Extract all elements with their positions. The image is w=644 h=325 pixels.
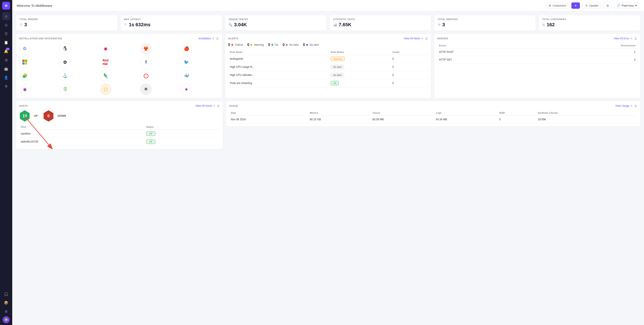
stat-value: 3: [24, 22, 27, 28]
table-row: Nov 06 2024 80.15 GB 60.59 MB 54.34 MB 0…: [229, 116, 637, 123]
view-usage-link[interactable]: View Usage ↗: [615, 104, 632, 108]
usage-title: USAGE: [229, 104, 238, 107]
integration-anchor[interactable]: ⚓: [60, 70, 71, 81]
integration-oracle[interactable]: ◯: [140, 70, 152, 81]
sidebar-item-settings-main[interactable]: ⚙: [2, 82, 10, 90]
errors-title: ERRORS: [437, 37, 448, 40]
alert-counts: 0 Critical 0 Warning 0 Ok: [228, 43, 428, 47]
sidebar-item-analytics[interactable]: ◎: [2, 21, 10, 29]
integration-redhat[interactable]: RedHat: [100, 56, 111, 68]
rule-count: 0: [391, 71, 428, 79]
delete-icon[interactable]: 🗑: [217, 104, 220, 108]
card-header: INSTALLATION AND INTEGRATION Installatio…: [19, 37, 219, 40]
integration-hummingbird[interactable]: 🐦: [181, 56, 192, 68]
integration-kubernetes[interactable]: ⚙: [19, 43, 30, 54]
integration-linux[interactable]: 🐧: [60, 43, 71, 54]
stat-value: 7.65K: [338, 22, 352, 28]
usage-metrics: 80.15 GB: [308, 116, 371, 123]
integration-comic[interactable]: ★: [181, 84, 192, 95]
delete-icon[interactable]: 🗑: [634, 37, 637, 40]
delete-icon[interactable]: 🗑: [425, 37, 428, 40]
integration-hashicorp[interactable]: H: [140, 84, 152, 95]
customize-button[interactable]: ⚙ Customize: [546, 2, 569, 9]
table-row: testlogsinfo Warning 0: [228, 55, 428, 63]
card-actions: Installation ↗ 🗑: [198, 37, 219, 40]
table-row: HTTP POST 1: [437, 48, 637, 56]
card-header: HOSTS View All Hosts ↗ 🗑: [19, 104, 220, 108]
table-row: High CPU usage fo... No alert 0: [228, 63, 428, 71]
down-hexagon: 0: [43, 110, 54, 122]
sidebar-item-robot[interactable]: 🤖: [2, 65, 10, 72]
card-actions: View All Error ↗ 🗑: [614, 37, 637, 40]
integration-ubuntu[interactable]: [140, 43, 152, 54]
stat-value: 162: [547, 22, 555, 28]
avatar[interactable]: 😊: [2, 316, 10, 323]
delete-icon[interactable]: 🗑: [216, 37, 219, 40]
hosts-card: HOSTS View All Hosts ↗ 🗑 10 UP: [16, 101, 223, 149]
stat-value: 3: [442, 22, 445, 28]
warning-dot: [250, 44, 252, 46]
rule-name: Pods are restarting: [228, 79, 329, 87]
sidebar-item-dashboard[interactable]: ⊞: [2, 56, 10, 64]
integration-flower[interactable]: ✿: [60, 56, 71, 68]
rule-status: No alert: [329, 63, 391, 71]
hosts-table: Host Status sandbox UP eb8e95c20735 UP: [19, 124, 220, 146]
stat-label: TOTAL SERVICES: [438, 18, 532, 20]
view-all-errors-link[interactable]: View All Error ↗: [614, 37, 632, 40]
svg-rect-4: [22, 60, 24, 62]
down-label: DOWN: [58, 114, 66, 118]
stat-icon: ⚙: [438, 23, 440, 26]
sidebar-item-document[interactable]: 📋: [2, 38, 10, 46]
logo[interactable]: M: [2, 2, 10, 10]
integration-orange[interactable]: ⬡: [100, 84, 111, 95]
sidebar-item-user-search[interactable]: 👤: [2, 74, 10, 81]
sidebar-item-box[interactable]: 📦: [2, 299, 10, 307]
hosts-down: 0 DOWN: [43, 110, 66, 122]
integration-apple[interactable]: 🍎: [181, 43, 192, 54]
notification-badge: 15: [6, 48, 10, 50]
rule-status: Ok: [329, 79, 391, 87]
table-row: eb8e95c20735 UP: [19, 138, 220, 146]
integration-database[interactable]: 🗄: [60, 84, 71, 95]
table-row: HTTP GET 2: [437, 56, 637, 64]
col-date: Date: [229, 110, 308, 116]
view-all-hosts-link[interactable]: View All Hosts ↗: [195, 104, 215, 108]
copy-button[interactable]: ⧉: [604, 2, 612, 9]
integration-windows[interactable]: [19, 56, 30, 68]
sidebar-item-gear[interactable]: ⚙: [2, 308, 10, 316]
stat-total-containers: TOTAL CONTAINERS ⊞ 162: [538, 15, 640, 31]
view-all-alerts-link[interactable]: View All Alerts ↗: [404, 37, 423, 40]
integration-purple[interactable]: ◉: [19, 84, 30, 95]
stats-row: TOTAL ERRORS ⏱ 3 MAX LATENCY ⏱ 1s 632ms …: [16, 15, 640, 31]
installation-link[interactable]: Installation ↗: [198, 37, 214, 40]
stat-icon: ⏱: [20, 23, 22, 26]
hosts-summary: 10 UP 0 DOWN: [19, 110, 220, 122]
alert-ok: 0 Ok: [268, 43, 278, 47]
pause-button[interactable]: ⏸: [572, 2, 580, 9]
sidebar-item-list[interactable]: ☰: [2, 30, 10, 38]
integration-docker[interactable]: 🐳: [181, 70, 192, 81]
integration-fedora[interactable]: f: [140, 56, 152, 68]
sidebar-item-bell[interactable]: 🔔 15: [2, 47, 10, 55]
rule-status: No alert: [329, 71, 391, 79]
hosts-title: HOSTS: [19, 104, 28, 107]
stat-value: 1s 632ms: [129, 22, 150, 28]
delete-icon[interactable]: 🗑: [634, 104, 637, 108]
integration-iguana[interactable]: 🦎: [100, 70, 111, 81]
integration-puzzle[interactable]: 🧩: [19, 70, 30, 81]
up-hexagon: 10: [19, 110, 30, 122]
usage-rum: 0: [498, 116, 536, 123]
alert-warning: 0 Warning: [248, 43, 264, 47]
external-link-icon: ↗: [630, 104, 632, 108]
update-button[interactable]: ↻ Update: [582, 2, 601, 9]
page-title: Welcome To Middleware: [16, 4, 52, 8]
alerts-card: ALERTS View All Alerts ↗ 🗑 0 Critical: [225, 34, 432, 98]
sidebar-item-headset[interactable]: 🎧: [2, 290, 10, 298]
integration-debian[interactable]: ◉: [100, 43, 111, 54]
time-picker-button[interactable]: 🕐 Past hour ▾: [614, 2, 640, 9]
integration-grid: ⚙ 🐧 ◉ 🍎 ✿ RedHat f 🐦 🧩 ⚓ 🦎 ◯: [19, 43, 219, 95]
sidebar-item-home[interactable]: ⌂: [2, 12, 10, 20]
col-synthetic: Synthetic Checks: [536, 110, 637, 116]
usage-table: Date Metrics Traces Logs RUM Synthetic C…: [229, 110, 637, 123]
stat-value: 3.04K: [234, 22, 247, 28]
